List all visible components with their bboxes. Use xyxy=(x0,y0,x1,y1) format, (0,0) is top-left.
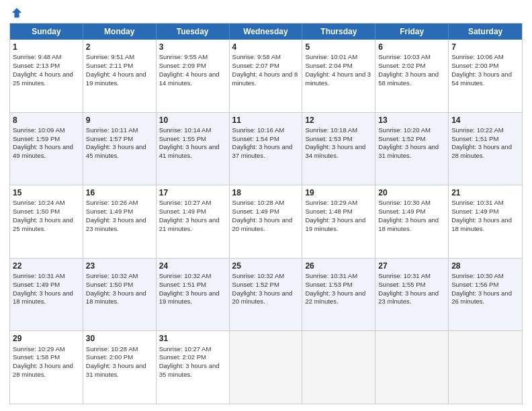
sunrise-31: Sunrise: 10:27 AM xyxy=(159,345,212,353)
sunset-13: Sunset: 1:52 PM xyxy=(378,135,425,142)
daylight-7: Daylight: 3 hours and 54 minutes. xyxy=(451,71,512,87)
daylight-16: Daylight: 3 hours and 23 minutes. xyxy=(86,216,146,232)
day-number-8: 8 xyxy=(13,115,80,126)
sunset-18: Sunset: 1:49 PM xyxy=(232,208,279,215)
sunset-1: Sunset: 2:13 PM xyxy=(13,62,60,69)
empty-cell xyxy=(302,331,375,404)
sunset-17: Sunset: 1:49 PM xyxy=(159,208,206,215)
day-cell-13: 13Sunrise: 10:20 AMSunset: 1:52 PMDaylig… xyxy=(375,113,449,185)
day-number-22: 22 xyxy=(13,261,80,271)
logo xyxy=(9,7,23,19)
daylight-6: Daylight: 3 hours and 58 minutes. xyxy=(378,71,439,87)
day-cell-6: 6Sunrise: 10:03 AMSunset: 2:02 PMDayligh… xyxy=(375,40,449,112)
daylight-28: Daylight: 3 hours and 26 minutes. xyxy=(451,289,512,306)
day-cell-22: 22Sunrise: 10:31 AMSunset: 1:49 PMDaylig… xyxy=(10,259,83,331)
daylight-4: Daylight: 4 hours and 8 minutes. xyxy=(232,71,298,87)
daylight-29: Daylight: 3 hours and 28 minutes. xyxy=(13,362,73,378)
sunrise-27: Sunrise: 10:31 AM xyxy=(378,272,431,279)
day-number-10: 10 xyxy=(159,115,226,126)
day-cell-1: 1Sunrise: 9:48 AMSunset: 2:13 PMDaylight… xyxy=(10,40,83,112)
sunset-2: Sunset: 2:11 PM xyxy=(86,62,133,69)
day-cell-17: 17Sunrise: 10:27 AMSunset: 1:49 PMDaylig… xyxy=(157,185,230,258)
day-number-20: 20 xyxy=(378,187,445,198)
sunset-22: Sunset: 1:49 PM xyxy=(13,281,60,288)
calendar-row-4: 22Sunrise: 10:31 AMSunset: 1:49 PMDaylig… xyxy=(10,258,522,331)
day-number-15: 15 xyxy=(13,187,80,198)
day-number-21: 21 xyxy=(451,187,519,198)
sunrise-25: Sunrise: 10:32 AM xyxy=(232,272,285,279)
day-number-1: 1 xyxy=(13,42,80,52)
day-number-19: 19 xyxy=(305,187,372,198)
day-number-30: 30 xyxy=(86,333,153,344)
svg-marker-0 xyxy=(12,8,21,17)
sunset-31: Sunset: 2:02 PM xyxy=(159,353,206,361)
day-number-16: 16 xyxy=(86,187,153,198)
header-cell-thursday: Thursday xyxy=(302,24,375,40)
day-cell-9: 9Sunrise: 10:11 AMSunset: 1:57 PMDayligh… xyxy=(83,113,157,185)
calendar-row-2: 8Sunrise: 10:09 AMSunset: 1:59 PMDayligh… xyxy=(10,112,522,185)
header-cell-monday: Monday xyxy=(83,24,157,40)
day-cell-19: 19Sunrise: 10:29 AMSunset: 1:48 PMDaylig… xyxy=(302,185,375,258)
sunrise-11: Sunrise: 10:16 AM xyxy=(232,126,285,134)
sunrise-26: Sunrise: 10:31 AM xyxy=(305,272,357,279)
daylight-27: Daylight: 3 hours and 23 minutes. xyxy=(378,289,439,306)
calendar: SundayMondayTuesdayWednesdayThursdayFrid… xyxy=(9,23,523,404)
calendar-row-3: 15Sunrise: 10:24 AMSunset: 1:50 PMDaylig… xyxy=(10,185,522,258)
day-number-13: 13 xyxy=(378,115,445,126)
sunset-8: Sunset: 1:59 PM xyxy=(13,135,60,142)
logo-icon xyxy=(11,7,23,19)
sunrise-4: Sunrise: 9:58 AM xyxy=(232,53,281,60)
day-number-14: 14 xyxy=(451,115,519,126)
daylight-26: Daylight: 3 hours and 22 minutes. xyxy=(305,289,365,306)
sunset-30: Sunset: 2:00 PM xyxy=(86,353,133,361)
sunrise-14: Sunrise: 10:22 AM xyxy=(451,126,504,134)
daylight-25: Daylight: 3 hours and 20 minutes. xyxy=(232,289,293,306)
header-cell-friday: Friday xyxy=(375,24,449,40)
sunset-16: Sunset: 1:49 PM xyxy=(86,208,133,215)
day-cell-25: 25Sunrise: 10:32 AMSunset: 1:52 PMDaylig… xyxy=(230,259,303,331)
day-cell-28: 28Sunrise: 10:30 AMSunset: 1:56 PMDaylig… xyxy=(449,259,522,331)
daylight-13: Daylight: 3 hours and 31 minutes. xyxy=(378,143,439,159)
day-number-2: 2 xyxy=(86,42,153,52)
header-cell-saturday: Saturday xyxy=(449,24,522,40)
day-cell-5: 5Sunrise: 10:01 AMSunset: 2:04 PMDayligh… xyxy=(302,40,375,112)
day-cell-23: 23Sunrise: 10:32 AMSunset: 1:50 PMDaylig… xyxy=(83,259,157,331)
daylight-11: Daylight: 3 hours and 37 minutes. xyxy=(232,143,293,159)
page-header xyxy=(9,7,523,19)
sunset-3: Sunset: 2:09 PM xyxy=(159,62,206,69)
header-cell-sunday: Sunday xyxy=(10,24,83,40)
day-number-29: 29 xyxy=(13,333,80,344)
day-cell-8: 8Sunrise: 10:09 AMSunset: 1:59 PMDayligh… xyxy=(10,113,83,185)
day-number-26: 26 xyxy=(305,261,372,271)
daylight-9: Daylight: 3 hours and 45 minutes. xyxy=(86,143,146,159)
sunset-29: Sunset: 1:58 PM xyxy=(13,353,60,361)
calendar-body: 1Sunrise: 9:48 AMSunset: 2:13 PMDaylight… xyxy=(10,40,522,404)
sunset-9: Sunset: 1:57 PM xyxy=(86,135,133,142)
sunset-5: Sunset: 2:04 PM xyxy=(305,62,352,69)
sunrise-6: Sunrise: 10:03 AM xyxy=(378,53,431,60)
sunrise-9: Sunrise: 10:11 AM xyxy=(86,126,138,134)
daylight-31: Daylight: 3 hours and 35 minutes. xyxy=(159,362,220,378)
day-number-17: 17 xyxy=(159,187,226,198)
daylight-12: Daylight: 3 hours and 34 minutes. xyxy=(305,143,365,159)
sunset-14: Sunset: 1:51 PM xyxy=(451,135,498,142)
day-number-31: 31 xyxy=(159,333,226,344)
sunrise-16: Sunrise: 10:26 AM xyxy=(86,199,138,206)
daylight-22: Daylight: 3 hours and 18 minutes. xyxy=(13,289,73,306)
day-number-9: 9 xyxy=(86,115,153,126)
day-cell-31: 31Sunrise: 10:27 AMSunset: 2:02 PMDaylig… xyxy=(157,331,230,404)
daylight-15: Daylight: 3 hours and 25 minutes. xyxy=(13,216,73,232)
day-number-11: 11 xyxy=(232,115,300,126)
day-number-4: 4 xyxy=(232,42,300,52)
daylight-20: Daylight: 3 hours and 18 minutes. xyxy=(378,216,439,232)
sunrise-8: Sunrise: 10:09 AM xyxy=(13,126,65,134)
sunrise-24: Sunrise: 10:32 AM xyxy=(159,272,212,279)
sunset-15: Sunset: 1:50 PM xyxy=(13,208,60,215)
daylight-24: Daylight: 3 hours and 19 minutes. xyxy=(159,289,220,306)
sunset-26: Sunset: 1:53 PM xyxy=(305,281,352,288)
day-cell-3: 3Sunrise: 9:55 AMSunset: 2:09 PMDaylight… xyxy=(157,40,230,112)
sunrise-19: Sunrise: 10:29 AM xyxy=(305,199,357,206)
daylight-5: Daylight: 4 hours and 3 minutes. xyxy=(305,71,371,87)
header-cell-wednesday: Wednesday xyxy=(230,24,303,40)
day-cell-7: 7Sunrise: 10:06 AMSunset: 2:00 PMDayligh… xyxy=(449,40,522,112)
